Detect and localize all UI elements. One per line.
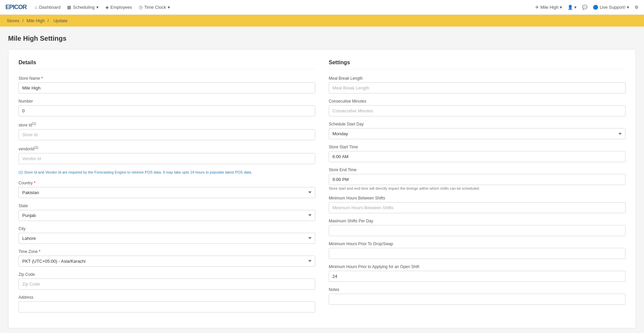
notes-label: Notes bbox=[329, 287, 625, 292]
breadcrumb-stores[interactable]: Stores bbox=[7, 18, 20, 23]
support-icon: 🔵 bbox=[593, 5, 598, 10]
user-caret-icon: ▾ bbox=[574, 5, 577, 10]
location-icon: ✈ bbox=[535, 5, 539, 10]
city-select[interactable]: Lahore Karachi Islamabad Rawalpindi bbox=[19, 233, 315, 244]
address-input[interactable] bbox=[19, 301, 315, 312]
user-menu[interactable]: 👤 ▾ bbox=[568, 5, 577, 10]
vendor-id-group: vendorId(1) bbox=[19, 146, 315, 164]
zip-code-group: Zip Code bbox=[19, 272, 315, 290]
min-hours-open-shift-group: Minimum Hours Prior to Applying for an O… bbox=[329, 264, 625, 282]
consecutive-minutes-input[interactable] bbox=[329, 105, 625, 116]
state-label: State bbox=[19, 204, 315, 208]
store-start-time-group: Store Start Time bbox=[329, 145, 625, 162]
min-hours-open-shift-input[interactable] bbox=[329, 271, 625, 282]
schedule-start-day-label: Schedule Start Day bbox=[329, 122, 625, 126]
chat-button[interactable]: 💬 bbox=[582, 5, 587, 10]
breadcrumb-mile-high[interactable]: Mile High bbox=[26, 18, 44, 23]
nav-scheduling[interactable]: ▦ Scheduling ▾ bbox=[67, 5, 98, 10]
min-hours-drop-swap-group: Minimum Hours Prior To Drop/Swap bbox=[329, 242, 625, 259]
min-hours-drop-swap-input[interactable] bbox=[329, 248, 625, 259]
footnote-text: (1) Store Id and Vendor Id are required … bbox=[19, 170, 315, 175]
clock-icon: ◷ bbox=[139, 5, 142, 10]
vendor-id-label: vendorId(1) bbox=[19, 146, 315, 151]
calendar-icon: ▦ bbox=[67, 5, 71, 10]
max-shifts-label: Maximum Shifts Per Day bbox=[329, 219, 625, 223]
user-icon: 👤 bbox=[568, 5, 573, 10]
consecutive-minutes-group: Consecutive Minutes bbox=[329, 99, 625, 116]
navbar: EPICOR ⌂ Dashboard ▦ Scheduling ▾ ◈ Empl… bbox=[0, 0, 644, 15]
max-shifts-group: Maximum Shifts Per Day bbox=[329, 219, 625, 236]
page-title: Mile High Settings bbox=[8, 35, 636, 42]
store-name-required: * bbox=[41, 76, 43, 81]
timeclock-caret-icon: ▾ bbox=[168, 5, 170, 10]
breadcrumb-update: Update bbox=[53, 18, 67, 23]
store-start-time-input[interactable] bbox=[329, 151, 625, 162]
timezone-select[interactable]: PKT (UTC+05:00) - Asia/Karachi UTC EST (… bbox=[19, 256, 315, 267]
schedule-start-day-select[interactable]: Monday Tuesday Wednesday Thursday Friday… bbox=[329, 128, 625, 139]
store-id-group: store Id(1) bbox=[19, 122, 315, 140]
city-label: City bbox=[19, 226, 315, 231]
nav-dashboard[interactable]: ⌂ Dashboard bbox=[35, 5, 60, 10]
store-name-input[interactable] bbox=[19, 82, 315, 94]
notes-input[interactable] bbox=[329, 294, 625, 305]
meal-break-label: Meal Break Length bbox=[329, 76, 625, 81]
main-content: Mile High Settings Details Store Name * … bbox=[0, 27, 644, 333]
logo-text: EPICOR bbox=[5, 4, 27, 11]
address-label: Address bbox=[19, 295, 315, 300]
settings-title: Settings bbox=[329, 60, 625, 69]
breadcrumb: Stores / Mile High / Update bbox=[0, 15, 644, 27]
schedule-start-day-group: Schedule Start Day Monday Tuesday Wednes… bbox=[329, 122, 625, 139]
details-section: Details Store Name * Number store Id(1) bbox=[19, 60, 315, 318]
settings-button[interactable]: ⚙ bbox=[635, 5, 639, 10]
nav-time-clock[interactable]: ◷ Time Clock ▾ bbox=[139, 5, 170, 10]
details-title: Details bbox=[19, 60, 315, 69]
settings-section: Settings Meal Break Length Consecutive M… bbox=[329, 60, 625, 318]
store-name-label: Store Name * bbox=[19, 76, 315, 81]
store-caret-icon: ▾ bbox=[560, 5, 562, 10]
min-hours-between-label: Minimum Hours Between Shifts bbox=[329, 196, 625, 200]
store-end-time-input[interactable] bbox=[329, 174, 625, 185]
store-id-input[interactable] bbox=[19, 129, 315, 140]
vendor-id-input[interactable] bbox=[19, 153, 315, 164]
min-hours-between-input[interactable] bbox=[329, 202, 625, 213]
number-label: Number bbox=[19, 99, 315, 104]
state-group: State Punjab Sindh KPK Balochistan bbox=[19, 204, 315, 221]
country-required: * bbox=[34, 181, 35, 185]
brand-logo[interactable]: EPICOR bbox=[5, 4, 27, 11]
max-shifts-input[interactable] bbox=[329, 225, 625, 236]
timezone-group: Time Zone * PKT (UTC+05:00) - Asia/Karac… bbox=[19, 249, 315, 267]
state-select[interactable]: Punjab Sindh KPK Balochistan bbox=[19, 210, 315, 221]
store-time-note: Store start and end time will directly i… bbox=[329, 186, 625, 190]
live-support-button[interactable]: 🔵 Live Support! ▾ bbox=[593, 5, 629, 10]
number-input[interactable] bbox=[19, 105, 315, 116]
min-hours-open-shift-label: Minimum Hours Prior to Applying for an O… bbox=[329, 264, 625, 269]
consecutive-minutes-label: Consecutive Minutes bbox=[329, 99, 625, 104]
city-group: City Lahore Karachi Islamabad Rawalpindi bbox=[19, 226, 315, 244]
zip-code-label: Zip Code bbox=[19, 272, 315, 277]
country-select[interactable]: Pakistan United States United Kingdom Ca… bbox=[19, 187, 315, 198]
timezone-required: * bbox=[39, 249, 40, 254]
form-card: Details Store Name * Number store Id(1) bbox=[8, 49, 636, 328]
country-label: Country * bbox=[19, 181, 315, 185]
store-id-label: store Id(1) bbox=[19, 122, 315, 127]
address-group: Address bbox=[19, 295, 315, 312]
people-icon: ◈ bbox=[105, 5, 109, 10]
min-hours-between-group: Minimum Hours Between Shifts bbox=[329, 196, 625, 213]
zip-code-input[interactable] bbox=[19, 279, 315, 290]
timezone-label: Time Zone * bbox=[19, 249, 315, 254]
scheduling-caret-icon: ▾ bbox=[96, 5, 99, 10]
home-icon: ⌂ bbox=[35, 5, 37, 10]
support-caret-icon: ▾ bbox=[627, 5, 629, 10]
store-selector[interactable]: ✈ Mile High ▾ bbox=[535, 5, 562, 10]
nav-employees[interactable]: ◈ Employees bbox=[105, 5, 132, 10]
store-name-group: Store Name * bbox=[19, 76, 315, 94]
nav-links: ⌂ Dashboard ▦ Scheduling ▾ ◈ Employees ◷… bbox=[35, 5, 527, 10]
meal-break-input[interactable] bbox=[329, 82, 625, 94]
breadcrumb-sep-2: / bbox=[47, 18, 50, 23]
min-hours-drop-swap-label: Minimum Hours Prior To Drop/Swap bbox=[329, 242, 625, 246]
number-group: Number bbox=[19, 99, 315, 116]
nav-right: ✈ Mile High ▾ 👤 ▾ 💬 🔵 Live Support! ▾ ⚙ bbox=[535, 5, 639, 10]
gear-icon: ⚙ bbox=[635, 5, 639, 10]
breadcrumb-sep-1: / bbox=[22, 18, 25, 23]
country-group: Country * Pakistan United States United … bbox=[19, 181, 315, 198]
